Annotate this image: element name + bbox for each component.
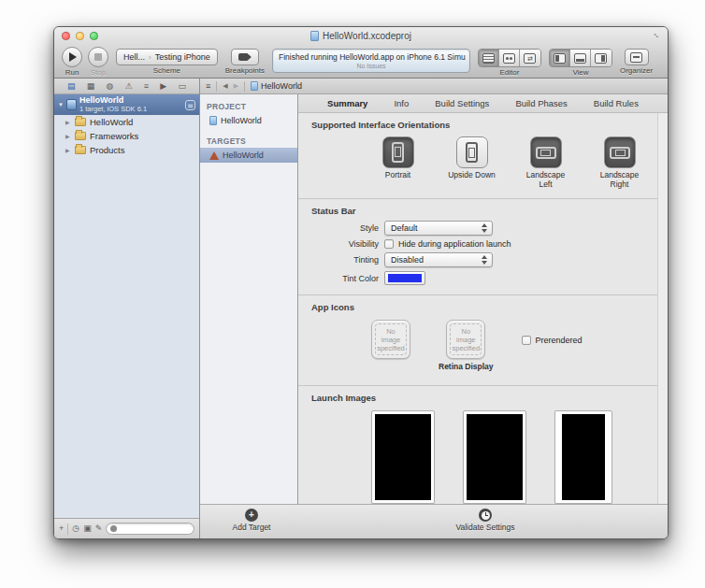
- project-navigator-icon[interactable]: ▤: [67, 82, 76, 91]
- prerendered-label: Prerendered: [536, 336, 583, 345]
- status-bar-header: Status Bar: [311, 206, 649, 216]
- project-item[interactable]: HelloWorld: [200, 113, 297, 128]
- project-detail: 1 target, iOS SDK 6.1: [79, 106, 182, 113]
- popup-arrows-icon: [482, 223, 487, 233]
- portrait-toggle[interactable]: [382, 136, 414, 168]
- title-bar[interactable]: HelloWorld.xcodeproj ↔: [54, 27, 668, 44]
- standard-editor-button[interactable]: [479, 50, 499, 66]
- tint-color-swatch: [388, 274, 422, 282]
- version-editor-icon: ⇄: [524, 53, 536, 64]
- project-row[interactable]: ▼ HelloWorld 1 target, iOS SDK 6.1 ▤: [54, 94, 199, 115]
- retina-app-icon-well[interactable]: No image specified: [446, 320, 485, 359]
- scheme-destination[interactable]: Testing iPhone: [155, 52, 210, 62]
- navigator-pane-icon: [554, 53, 566, 64]
- jump-bar: ≡ ◀ ▶ HelloWorld: [200, 79, 668, 94]
- fullscreen-icon[interactable]: ↔: [651, 29, 663, 41]
- breakpoint-navigator-icon[interactable]: ▶: [160, 82, 166, 91]
- hide-during-launch-checkbox[interactable]: [384, 239, 394, 249]
- project-popover-badge[interactable]: ▤: [185, 100, 195, 110]
- project-item-label: HelloWorld: [221, 116, 262, 125]
- disclosure-closed-icon[interactable]: ▶: [65, 119, 71, 125]
- group-label: HelloWorld: [90, 117, 133, 127]
- run-label: Run: [65, 68, 79, 77]
- no-image-placeholder: No image specified: [450, 323, 482, 355]
- disclosure-closed-icon[interactable]: ▶: [65, 133, 71, 139]
- tab-build-rules[interactable]: Build Rules: [594, 98, 639, 108]
- tinting-value: Disabled: [391, 255, 424, 265]
- tab-info[interactable]: Info: [394, 98, 409, 108]
- launch-image-well[interactable]: [371, 410, 435, 504]
- tint-color-well[interactable]: [384, 271, 425, 285]
- group-row-frameworks[interactable]: ▶ Frameworks: [54, 129, 199, 143]
- app-icon-well[interactable]: No image specified: [371, 320, 410, 359]
- landscape-left-toggle[interactable]: [530, 136, 562, 168]
- navigator-toggle-button[interactable]: [550, 50, 570, 66]
- upside-down-toggle[interactable]: [456, 136, 488, 168]
- search-navigator-icon[interactable]: ◍: [107, 82, 114, 91]
- disclosure-closed-icon[interactable]: ▶: [65, 147, 71, 153]
- filter-field[interactable]: [106, 523, 194, 535]
- view-label: View: [572, 68, 588, 77]
- launch-image: [562, 414, 605, 500]
- activity-viewer[interactable]: Finished running HelloWorld.app on iPhon…: [272, 49, 470, 73]
- project-navigator-list: ▼ HelloWorld 1 target, iOS SDK 6.1 ▤ ▶ H…: [54, 94, 199, 518]
- breakpoints-button[interactable]: [231, 49, 259, 65]
- hide-during-launch-label: Hide during application launch: [398, 239, 511, 249]
- disclosure-open-icon[interactable]: ▼: [58, 102, 64, 108]
- landscape-right-toggle[interactable]: [604, 136, 636, 168]
- target-app-icon: [209, 151, 219, 160]
- style-value: Default: [391, 223, 418, 233]
- back-button[interactable]: ◀: [223, 82, 227, 90]
- related-items-icon[interactable]: ≡: [206, 81, 210, 91]
- issue-navigator-icon[interactable]: ⚠: [125, 82, 133, 91]
- zoom-button[interactable]: [90, 32, 98, 40]
- validate-settings-button[interactable]: Validate Settings: [434, 509, 537, 532]
- tinting-popup[interactable]: Disabled: [384, 252, 493, 267]
- orientation-label: Upside Down: [448, 171, 496, 180]
- style-popup[interactable]: Default: [384, 221, 493, 236]
- prerendered-checkbox[interactable]: [522, 336, 531, 345]
- add-target-button[interactable]: + Add Target: [219, 509, 284, 532]
- stop-button[interactable]: [88, 47, 108, 67]
- group-row-helloworld[interactable]: ▶ HelloWorld: [54, 115, 199, 129]
- assistant-editor-button[interactable]: [499, 50, 520, 66]
- launch-images-header: Launch Images: [311, 393, 649, 403]
- minimize-button[interactable]: [76, 32, 84, 40]
- version-editor-button[interactable]: ⇄: [520, 50, 540, 66]
- run-button[interactable]: [62, 47, 82, 67]
- issues-status-text: No Issues: [279, 63, 464, 69]
- navigator-icon-bar: ▤ ▦ ◍ ⚠ ≡ ▶ ▭: [54, 79, 199, 94]
- add-icon[interactable]: +: [59, 524, 64, 533]
- organizer-label: Organizer: [620, 66, 653, 75]
- scm-status-icon[interactable]: ▣: [83, 524, 92, 533]
- tab-summary[interactable]: Summary: [327, 98, 367, 108]
- play-icon: [69, 52, 77, 62]
- launch-image-retina35-well[interactable]: [463, 410, 526, 504]
- jump-bar-file[interactable]: HelloWorld: [251, 81, 302, 91]
- project-file-icon: [66, 99, 77, 110]
- tab-build-phases[interactable]: Build Phases: [515, 98, 567, 108]
- scheme-name[interactable]: Hell...: [123, 52, 145, 62]
- organizer-button[interactable]: [625, 49, 649, 65]
- launch-image-retina4-well[interactable]: [554, 410, 612, 504]
- group-row-products[interactable]: ▶ Products: [54, 143, 199, 157]
- symbol-navigator-icon[interactable]: ▦: [87, 82, 95, 91]
- proxy-document-icon: [310, 31, 319, 41]
- recent-files-icon[interactable]: ◷: [72, 524, 79, 533]
- tab-build-settings[interactable]: Build Settings: [435, 98, 489, 108]
- forward-button[interactable]: ▶: [234, 82, 238, 90]
- run-group: Run Stop: [62, 47, 108, 77]
- vertical-scrollbar[interactable]: [657, 113, 668, 504]
- breakpoint-icon: [238, 53, 252, 61]
- debug-navigator-icon[interactable]: ≡: [144, 82, 149, 91]
- target-item[interactable]: HelloWorld: [200, 148, 297, 163]
- xcode-window: HelloWorld.xcodeproj ↔ Run Stop: [53, 26, 669, 539]
- unsaved-files-icon[interactable]: ✎: [95, 524, 103, 533]
- utilities-toggle-button[interactable]: [591, 50, 611, 66]
- debug-area-toggle-button[interactable]: [570, 50, 591, 66]
- scheme-selector[interactable]: Hell... › Testing iPhone: [116, 49, 218, 65]
- log-navigator-icon[interactable]: ▭: [178, 82, 186, 91]
- target-item-label: HelloWorld: [223, 151, 264, 160]
- close-button[interactable]: [62, 32, 70, 40]
- project-file-icon: [209, 116, 217, 125]
